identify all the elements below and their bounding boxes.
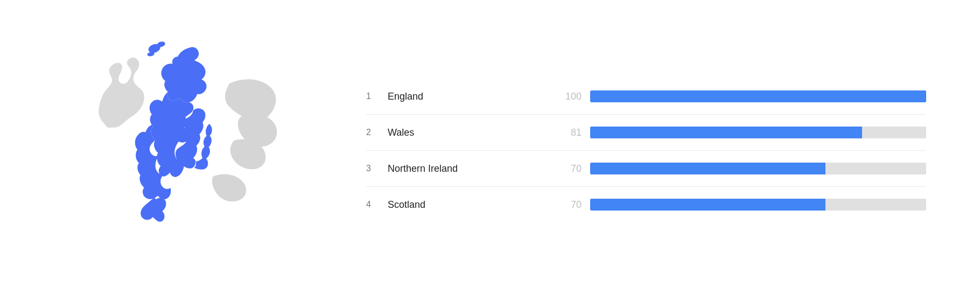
score-label: 81	[538, 127, 582, 138]
chart-row: 4Scotland70	[366, 187, 926, 222]
uk-map	[70, 22, 285, 280]
main-container: 1England1002Wales813Northern Ireland704S…	[0, 0, 980, 301]
chart-row: 2Wales81	[366, 115, 926, 151]
bar-container	[590, 90, 926, 102]
chart-section: 1England1002Wales813Northern Ireland704S…	[334, 68, 958, 233]
chart-row: 3Northern Ireland70	[366, 151, 926, 187]
region-name: Scotland	[388, 199, 538, 211]
rank-label: 2	[366, 128, 388, 137]
region-name: England	[388, 91, 538, 102]
score-label: 70	[538, 163, 582, 174]
bar-fill	[590, 199, 825, 211]
score-label: 70	[538, 199, 582, 211]
rank-label: 1	[366, 92, 388, 101]
bar-fill	[590, 163, 825, 174]
bar-fill	[590, 127, 862, 138]
rank-label: 4	[366, 200, 388, 209]
bar-container	[590, 199, 926, 211]
region-name: Wales	[388, 127, 538, 138]
bar-fill	[590, 90, 926, 102]
chart-row: 1England100	[366, 79, 926, 115]
bar-container	[590, 163, 926, 174]
score-label: 100	[538, 91, 582, 102]
bar-container	[590, 127, 926, 138]
rank-label: 3	[366, 164, 388, 173]
region-name: Northern Ireland	[388, 163, 538, 174]
map-section	[22, 11, 334, 290]
